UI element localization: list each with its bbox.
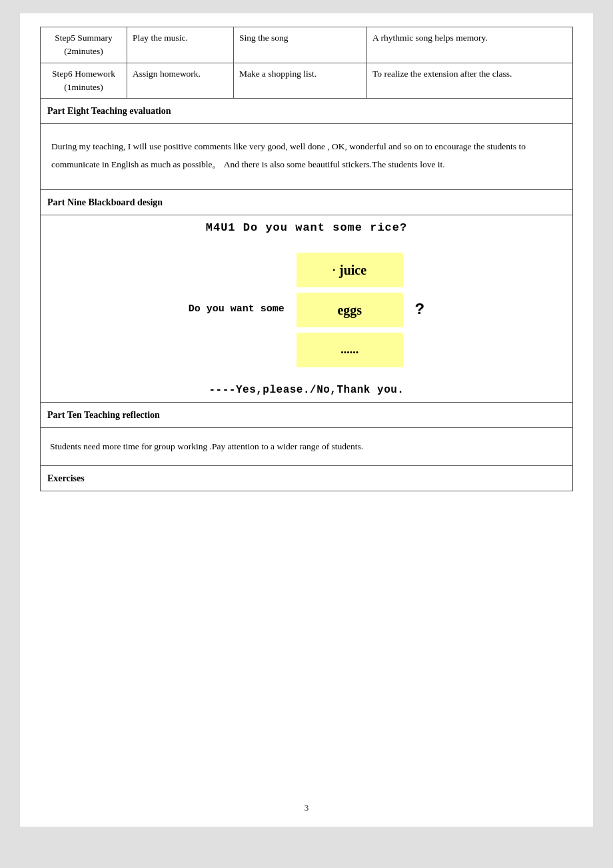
part-eight-content-row: During my teaching, I will use positive … (41, 124, 573, 190)
bb-card-eggs-text: eggs (337, 300, 362, 320)
exercises-header-row: Exercises (41, 465, 573, 491)
part-ten-header-row: Part Ten Teaching reflection (41, 402, 573, 427)
step6-col2: Assign homework. (127, 63, 234, 99)
step6-col3: Make a shopping list. (234, 63, 367, 99)
bb-left-text: Do you want some (189, 302, 285, 317)
part-nine-content-row: M4U1 Do you want some rice? Do you want … (41, 215, 573, 403)
part-eight-content: During my teaching, I will use positive … (41, 124, 573, 190)
bullet-dot: ▪ (332, 265, 335, 275)
bb-layout: Do you want some ▪ juice eggs ...... (46, 253, 567, 367)
step6-row: Step6 Homework (1minutes) Assign homewor… (41, 63, 573, 99)
part-eight-header-row: Part Eight Teaching evaluation (41, 99, 573, 124)
step5-row: Step5 Summary (2minutes) Play the music.… (41, 27, 573, 63)
step5-col4: A rhythmic song helps memory. (367, 27, 573, 63)
part-ten-content-row: Students need more time for group workin… (41, 427, 573, 465)
page: Step5 Summary (2minutes) Play the music.… (20, 13, 593, 827)
main-table: Step5 Summary (2minutes) Play the music.… (40, 27, 573, 491)
step5-col2: Play the music. (127, 27, 234, 63)
step6-label: Step6 Homework (1minutes) (41, 63, 127, 99)
part-ten-content: Students need more time for group workin… (41, 427, 573, 465)
step5-col3: Sing the song (234, 27, 367, 63)
bb-answer: ----Yes,please./No,Thank you. (46, 382, 567, 398)
part-nine-header-row: Part Nine Blackboard design (41, 190, 573, 215)
blackboard-cell: M4U1 Do you want some rice? Do you want … (41, 215, 573, 403)
bb-question-mark: ? (415, 298, 424, 322)
exercises-title: Exercises (41, 465, 573, 491)
part-nine-title: Part Nine Blackboard design (41, 190, 573, 215)
bb-card-dots: ...... (297, 333, 403, 367)
step5-label: Step5 Summary (2minutes) (41, 27, 127, 63)
bb-card-dots-text: ...... (340, 341, 358, 359)
bb-card-juice-text: juice (339, 260, 366, 280)
bb-title: M4U1 Do you want some rice? (46, 219, 567, 237)
part-ten-title: Part Ten Teaching reflection (41, 402, 573, 427)
bb-cards: ▪ juice eggs ...... (297, 253, 403, 367)
bb-card-juice: ▪ juice (297, 253, 403, 287)
part-eight-title: Part Eight Teaching evaluation (41, 99, 573, 124)
page-number: 3 (305, 803, 309, 813)
bb-card-eggs: eggs (297, 293, 403, 327)
step6-col4: To realize the extension after the class… (367, 63, 573, 99)
